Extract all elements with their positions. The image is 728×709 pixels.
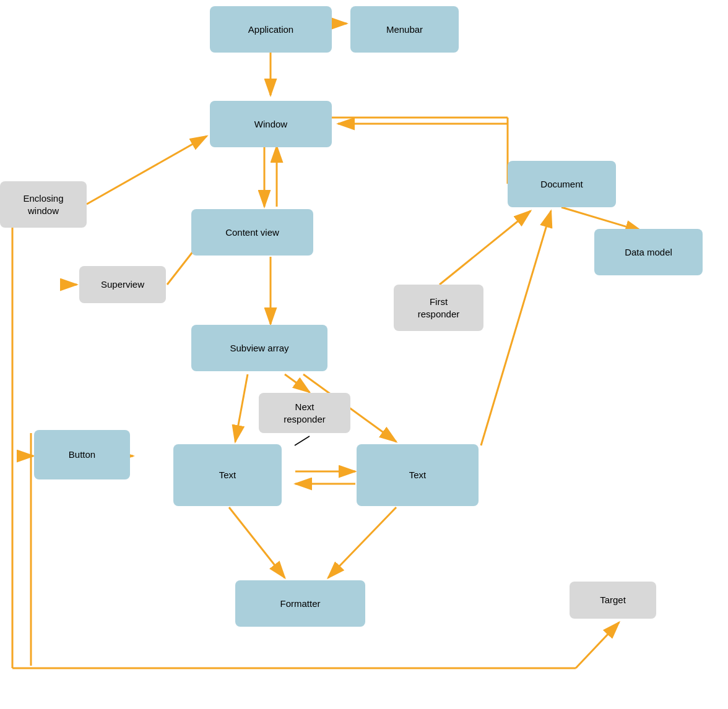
- content-view-node: Content view: [191, 209, 313, 256]
- subview-array-node: Subview array: [191, 325, 327, 371]
- svg-line-30: [285, 374, 310, 392]
- svg-line-17: [561, 207, 642, 231]
- svg-line-18: [440, 211, 531, 285]
- application-node: Application: [210, 6, 332, 53]
- text1-node: Text: [173, 444, 282, 506]
- formatter-node: Formatter: [235, 580, 365, 627]
- button-node: Button: [34, 430, 130, 479]
- window-node: Window: [210, 101, 332, 147]
- superview-node: Superview: [79, 266, 166, 303]
- svg-line-20: [87, 136, 207, 204]
- menubar-node: Menubar: [350, 6, 459, 53]
- text2-node: Text: [357, 444, 479, 506]
- next-responder-node: Next responder: [259, 393, 350, 433]
- target-node: Target: [570, 582, 656, 619]
- svg-line-19: [481, 211, 551, 445]
- svg-line-11: [328, 507, 396, 578]
- enclosing-window-node: Enclosing window: [0, 181, 87, 228]
- first-responder-node: First responder: [394, 285, 483, 331]
- document-node: Document: [508, 161, 616, 207]
- svg-line-28: [295, 436, 310, 445]
- data-model-node: Data model: [594, 229, 703, 275]
- svg-line-8: [235, 374, 248, 442]
- svg-line-10: [229, 507, 285, 578]
- svg-line-23: [576, 622, 619, 668]
